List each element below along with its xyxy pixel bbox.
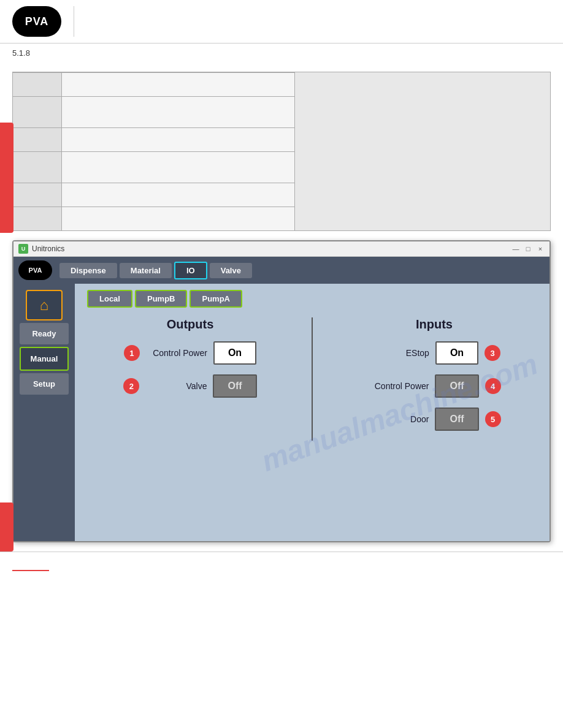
sidebar: ⌂ Ready Manual Setup <box>13 284 75 541</box>
table-cell <box>13 152 62 183</box>
input-estop-button[interactable]: On <box>435 341 478 365</box>
table-cell <box>62 128 294 151</box>
output-control-power-label: Control Power <box>146 348 207 358</box>
badge-2: 2 <box>123 378 139 394</box>
table-right-col <box>295 72 550 230</box>
bottom-line <box>12 570 49 571</box>
window-content: ⌂ Ready Manual Setup manualmachine.com L… <box>13 284 550 541</box>
setup-button[interactable]: Setup <box>20 373 69 395</box>
unitronics-window: U Unitronics — □ × PVA Dispense Material… <box>12 240 551 542</box>
table-row <box>13 207 294 230</box>
ready-button[interactable]: Ready <box>20 323 69 344</box>
sub-tab-local[interactable]: Local <box>87 290 132 308</box>
table-row <box>13 183 294 207</box>
badge-3: 3 <box>484 345 500 361</box>
tab-material[interactable]: Material <box>120 263 172 278</box>
table-row <box>13 72 294 96</box>
inputs-column: Inputs EStop On 3 Control Power Off 4 <box>319 317 537 441</box>
input-estop-label: EStop <box>368 348 429 358</box>
table-cell <box>13 128 62 151</box>
sub-tabs: Local PumpB PumpA <box>87 290 537 308</box>
unitronics-app-icon: U <box>18 244 28 254</box>
table-row <box>13 96 294 127</box>
outputs-title: Outputs <box>87 317 293 332</box>
input-control-power-button[interactable]: Off <box>435 374 478 398</box>
output-control-power-row: 1 Control Power On <box>87 341 293 365</box>
output-valve-button[interactable]: Off <box>213 374 256 398</box>
close-button[interactable]: × <box>536 245 545 253</box>
table-row <box>13 127 294 151</box>
column-divider <box>312 317 313 441</box>
input-control-power-label: Control Power <box>367 381 429 391</box>
input-door-row: Door Off 5 <box>331 408 537 431</box>
nav-pva-logo: PVA <box>18 260 52 280</box>
home-icon: ⌂ <box>40 297 49 314</box>
table-cell <box>13 183 62 207</box>
input-door-label: Door <box>367 414 429 424</box>
table-cell <box>13 207 62 230</box>
badge-1: 1 <box>124 345 140 361</box>
tab-io[interactable]: IO <box>174 262 207 279</box>
input-door-button[interactable]: Off <box>435 408 478 431</box>
header-divider <box>74 6 74 37</box>
table-cell <box>62 73 294 96</box>
table-left-col <box>13 72 295 230</box>
input-estop-row: EStop On 3 <box>331 341 537 365</box>
tab-dispense[interactable]: Dispense <box>59 263 117 278</box>
table-cell <box>62 97 294 127</box>
table-cell <box>13 73 62 96</box>
tab-valve[interactable]: Valve <box>210 263 252 278</box>
window-title-left: U Unitronics <box>18 244 64 254</box>
table-cell <box>13 97 62 127</box>
table-cell <box>62 183 294 207</box>
bottom-bar <box>0 552 563 588</box>
left-accent-bottom-bar <box>0 502 13 552</box>
output-control-power-button[interactable]: On <box>213 341 256 365</box>
table-cell <box>62 207 294 230</box>
manual-button[interactable]: Manual <box>20 347 69 371</box>
page-header: PVA <box>0 0 563 44</box>
left-accent-bar <box>0 123 13 233</box>
window-controls[interactable]: — □ × <box>511 245 545 253</box>
io-columns: Outputs 1 Control Power On 2 Valve Off <box>87 317 537 441</box>
nav-tabs: PVA Dispense Material IO Valve <box>13 257 550 284</box>
table-cell <box>62 152 294 183</box>
pva-logo: PVA <box>12 6 61 37</box>
sub-tab-pumpa[interactable]: PumpA <box>190 290 242 308</box>
outputs-column: Outputs 1 Control Power On 2 Valve Off <box>87 317 305 441</box>
io-panel: manualmachine.com Local PumpB PumpA Outp… <box>75 284 550 541</box>
home-button[interactable]: ⌂ <box>26 290 63 320</box>
inputs-title: Inputs <box>331 317 537 332</box>
output-valve-row: 2 Valve Off <box>87 374 293 398</box>
window-titlebar: U Unitronics — □ × <box>13 241 550 257</box>
maximize-button[interactable]: □ <box>524 245 532 253</box>
table-row <box>13 151 294 183</box>
sub-tab-pumpb[interactable]: PumpB <box>135 290 188 308</box>
minimize-button[interactable]: — <box>511 245 520 253</box>
version-text: 5.1.8 <box>0 44 563 63</box>
badge-4: 4 <box>485 378 501 394</box>
input-control-power-row: Control Power Off 4 <box>331 374 537 398</box>
badge-5: 5 <box>485 411 501 427</box>
window-title-text: Unitronics <box>32 245 64 253</box>
output-valve-label: Valve <box>145 381 207 391</box>
main-table <box>12 72 551 231</box>
